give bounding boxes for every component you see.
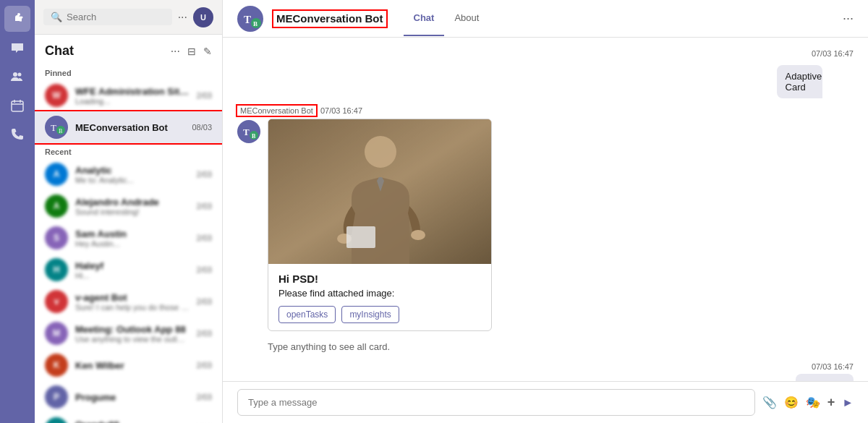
svg-text:T: T [244,14,251,25]
nav-rail [0,0,35,423]
recent-item-1[interactable]: A Alejandro Andrade Sound interesting! 2… [35,190,222,222]
main-chat: T B MEConversation Bot Chat About ··· 07… [223,0,868,423]
nav-chat-icon[interactable] [4,35,30,61]
sidebar-compose-icon[interactable]: ✎ [203,46,212,57]
sidebar-more-icon[interactable]: ··· [171,45,180,58]
bot-avatar-message: T B [237,120,260,143]
nav-calendar-icon[interactable] [4,93,30,119]
recent-section-label: Recent [35,143,222,158]
recent-item-4[interactable]: v v-agent Bot Sure! I can help you do th… [35,286,222,317]
recent-avatar-4: v [45,290,68,313]
card-image-bg [268,119,491,264]
pinned-preview-1: Loading... [75,97,190,106]
sidebar: 🔍 ··· U Chat ··· ⊟ ✎ Pinned W WFE Admini… [35,0,223,423]
recent-info-6: Ken Wilber [75,360,190,371]
attach-icon[interactable]: 📎 [762,396,777,409]
bot-avatar-pinned: T B [45,116,68,139]
card-greeting: Hi PSD! [278,273,481,285]
search-input[interactable] [67,12,165,22]
svg-text:B: B [59,128,62,134]
tab-chat[interactable]: Chat [404,1,445,36]
sidebar-title: Chat [45,43,74,59]
reply-date-stamp: 07/03 16:47 [812,362,854,371]
recent-item-7[interactable]: P Progume 2/03 [35,381,222,413]
svg-text:T: T [243,127,250,137]
emoji-icon[interactable]: 😊 [784,396,799,409]
gif-icon[interactable]: 🎭 [806,396,820,409]
tab-about[interactable]: About [444,1,489,36]
recent-avatar-1: A [45,195,68,218]
sidebar-actions: ··· ⊟ ✎ [171,45,212,58]
svg-rect-23 [346,226,375,248]
pinned-time-1: 2/03 [197,91,212,100]
svg-point-20 [365,136,396,168]
recent-avatar-0: A [45,163,68,186]
svg-point-1 [18,73,22,77]
recent-avatar-6: K [45,354,68,377]
pinned-bot-name: MEConversation Bot [75,122,184,133]
input-area: 📎 😊 🎭 + ► [223,381,868,423]
recent-avatar-7: P [45,385,68,409]
nav-teams-icon[interactable] [4,6,30,32]
svg-point-6 [45,116,68,139]
bot-message-time: 07/03 16:47 [320,106,362,115]
chat-header-name-container: MEConversation Bot [273,11,386,27]
recent-item-0[interactable]: A Analytic Me to: Analytic... 2/03 [35,158,222,190]
bot-note-text: Type anything to see all card. [237,338,854,355]
adaptive-card-label-bubble: Adaptive Card [777,65,823,98]
user-avatar[interactable]: U [193,7,213,27]
recent-item-6[interactable]: K Ken Wilber 2/03 [35,349,222,381]
recent-info-4: v-agent Bot Sure! I can help you do thos… [75,292,190,312]
recent-info-0: Analytic Me to: Analytic... [75,165,190,184]
card-btn-opentasks[interactable]: openTasks [278,306,336,323]
bot-message-container: MEConversation Bot 07/03 16:47 T B [237,106,492,331]
recent-item-2[interactable]: S Sam Austin Hey Austin... 2/03 [35,222,222,254]
bot-message-header: MEConversation Bot 07/03 16:47 [237,106,492,116]
recent-item-3[interactable]: H Haleyf Hi... 2/03 [35,254,222,286]
svg-point-22 [411,230,425,240]
recent-avatar-5: M [45,322,68,345]
svg-text:B: B [252,133,256,140]
search-icon: 🔍 [51,12,62,22]
recent-avatar-8: O [45,417,68,423]
svg-rect-2 [12,101,23,111]
recent-avatar-3: H [45,258,68,281]
card-image [268,119,491,264]
input-icons: 📎 😊 🎭 + ► [762,395,854,410]
adaptive-card-date-stamp: 07/03 16:47 [812,49,854,58]
pinned-bot-time: 08/03 [192,123,212,132]
sidebar-header: Chat ··· ⊟ ✎ [35,35,222,64]
recent-item-5[interactable]: M Meeting: Outlook App 88 Use anything t… [35,317,222,349]
recent-info-5: Meeting: Outlook App 88 Use anything to … [75,324,190,343]
bot-name-label: MEConversation Bot [237,106,316,116]
recent-info-7: Progume [75,392,190,403]
pinned-bot-item[interactable]: T B MEConversation Bot 08/03 [35,111,222,143]
add-icon[interactable]: + [827,395,835,410]
nav-calls-icon[interactable] [4,121,30,148]
send-icon[interactable]: ► [842,396,854,409]
nav-teams-group-icon[interactable] [4,64,30,90]
pinned-section-label: Pinned [35,64,222,80]
chat-header-bot-avatar: T B [237,6,263,32]
card-buttons: openTasks myInsights [278,306,481,323]
recent-info-2: Sam Austin Hey Austin... [75,228,190,248]
recent-item-8[interactable]: O Orandu88 Let me... 2/03 [35,413,222,423]
search-box[interactable]: 🔍 [43,9,172,25]
recent-info-8: Orandu88 Let me... [75,419,190,424]
svg-text:B: B [253,20,258,27]
card-body: Hi PSD! Please find attached image: open… [268,264,491,330]
card-subtext: Please find attached image: [278,288,481,299]
chat-header-more-icon[interactable]: ··· [843,11,854,26]
topbar-more-icon[interactable]: ··· [178,11,187,24]
sidebar-filter-icon[interactable]: ⊟ [187,46,196,57]
svg-point-0 [13,72,17,77]
svg-text:T: T [51,122,56,133]
recent-info-1: Alejandro Andrade Sound interesting! [75,197,190,216]
chat-tabs: Chat About [404,1,490,36]
pinned-name-1: WFE Administration Site... [75,86,190,97]
card-btn-myinsights[interactable]: myInsights [341,306,399,323]
message-input[interactable] [237,389,755,416]
recent-info-3: Haleyf Hi... [75,260,190,280]
adaptive-card: Hi PSD! Please find attached image: open… [268,119,492,331]
pinned-item-1[interactable]: W WFE Administration Site... Loading... … [35,80,222,111]
